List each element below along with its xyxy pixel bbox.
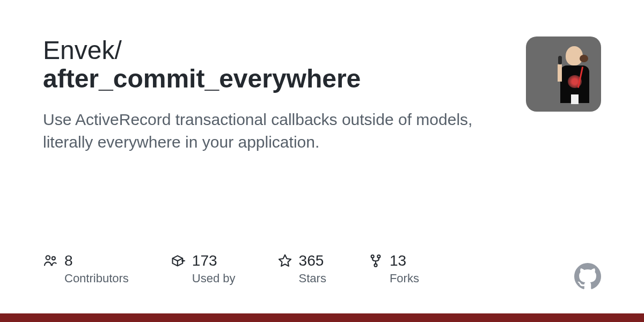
stat-label: Forks	[390, 272, 419, 286]
fork-icon	[368, 253, 383, 268]
repo-title-block: Envek/ after_commit_everywhere Use Activ…	[43, 36, 515, 153]
stat-stars[interactable]: 365 Stars	[277, 252, 326, 286]
stat-value: 365	[299, 252, 324, 269]
people-icon	[43, 253, 58, 268]
stat-forks[interactable]: 13 Forks	[368, 252, 419, 286]
stat-label: Contributors	[64, 272, 129, 286]
stats-row: 8 Contributors 173 Used by 365 Stars	[43, 252, 419, 286]
stat-label: Used by	[192, 272, 236, 286]
avatar[interactable]	[526, 36, 601, 112]
repo-name[interactable]: after_commit_everywhere	[43, 65, 515, 93]
stat-value: 173	[192, 252, 217, 269]
svg-point-2	[371, 255, 374, 258]
svg-point-4	[374, 264, 377, 267]
github-logo-icon[interactable]	[574, 263, 601, 290]
owner-name[interactable]: Envek	[43, 36, 114, 64]
stat-label: Stars	[299, 272, 326, 286]
repo-description: Use ActiveRecord transactional callbacks…	[43, 108, 504, 153]
stat-value: 8	[64, 252, 73, 269]
svg-point-0	[46, 255, 50, 259]
owner-separator: /	[114, 36, 121, 64]
accent-bar	[0, 313, 644, 322]
svg-point-3	[377, 255, 380, 258]
stat-usedby[interactable]: 173 Used by	[171, 252, 236, 286]
star-icon	[277, 253, 292, 268]
svg-point-1	[52, 257, 55, 260]
package-dependents-icon	[171, 253, 186, 268]
stat-value: 13	[390, 252, 406, 269]
stat-contributors[interactable]: 8 Contributors	[43, 252, 129, 286]
